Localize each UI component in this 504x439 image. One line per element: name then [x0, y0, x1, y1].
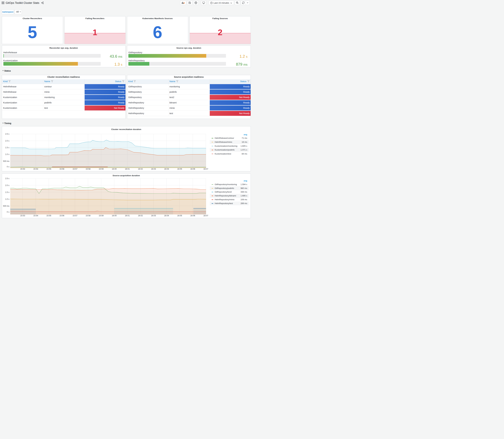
svg-text:0 s: 0 s [7, 211, 9, 213]
svg-text:15:58: 15:58 [86, 168, 90, 170]
svg-text:1.5 s: 1.5 s [5, 191, 9, 193]
svg-text:2.5 s: 2.5 s [5, 177, 9, 180]
svg-text:1.0 s: 1.0 s [5, 153, 9, 155]
svg-text:16:01: 16:01 [125, 168, 130, 170]
svg-text:16:03: 16:03 [151, 215, 156, 217]
svg-text:2.0 s: 2.0 s [5, 184, 9, 186]
svg-text:16:00: 16:00 [112, 215, 116, 217]
svg-text:15:59: 15:59 [99, 168, 103, 170]
svg-text:2.0 s: 2.0 s [5, 140, 9, 142]
svg-text:16:01: 16:01 [125, 215, 130, 217]
svg-text:16:04: 16:04 [164, 168, 169, 170]
svg-text:1.0 s: 1.0 s [5, 198, 9, 200]
svg-text:15:58: 15:58 [86, 215, 90, 217]
svg-text:15:53: 15:53 [20, 215, 25, 217]
svg-text:16:05: 16:05 [177, 215, 182, 217]
svg-text:15:56: 15:56 [59, 168, 64, 170]
svg-text:15:56: 15:56 [59, 215, 64, 217]
svg-text:15:57: 15:57 [73, 215, 77, 217]
svg-text:16:07: 16:07 [203, 215, 208, 217]
svg-text:15:59: 15:59 [99, 215, 103, 217]
svg-text:16:06: 16:06 [190, 168, 195, 170]
svg-text:15:55: 15:55 [46, 215, 51, 217]
svg-text:1.5 s: 1.5 s [5, 146, 9, 149]
svg-text:15:53: 15:53 [20, 168, 25, 170]
svg-text:16:07: 16:07 [203, 168, 208, 170]
svg-text:15:54: 15:54 [33, 168, 38, 170]
svg-text:500 ms: 500 ms [3, 160, 9, 162]
svg-text:15:54: 15:54 [33, 215, 38, 217]
svg-text:16:06: 16:06 [190, 215, 195, 217]
svg-text:15:57: 15:57 [73, 168, 77, 170]
svg-text:16:04: 16:04 [164, 215, 169, 217]
svg-text:15:55: 15:55 [46, 168, 51, 170]
svg-text:16:02: 16:02 [138, 168, 143, 170]
svg-text:0 s: 0 s [7, 166, 9, 168]
svg-text:500 ms: 500 ms [3, 205, 9, 207]
svg-text:16:02: 16:02 [138, 215, 143, 217]
svg-text:16:00: 16:00 [112, 168, 116, 170]
svg-text:16:05: 16:05 [177, 168, 182, 170]
svg-text:2.5 s: 2.5 s [5, 133, 9, 135]
svg-text:16:03: 16:03 [151, 168, 156, 170]
